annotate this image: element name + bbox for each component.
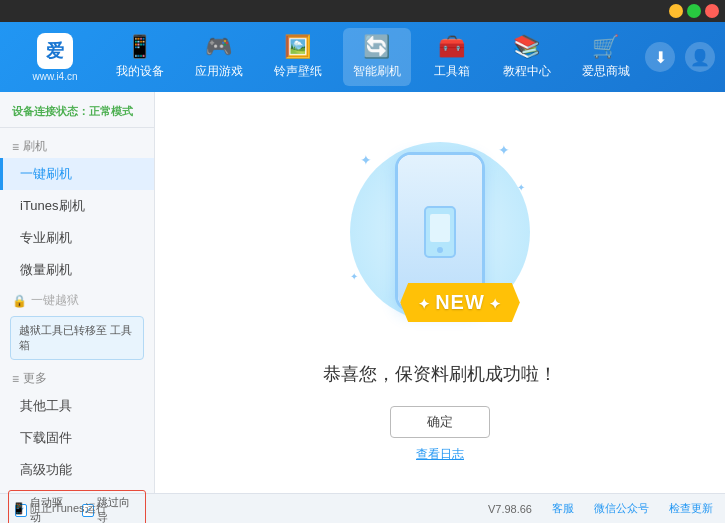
nav-item-shop[interactable]: 🛒 爱思商城 xyxy=(572,28,640,86)
section-jailbreak-title: 🔒 一键越狱 xyxy=(0,286,154,312)
sparkle-3: ✦ xyxy=(350,271,358,282)
sidebar-item-advanced[interactable]: 高级功能 xyxy=(0,454,154,486)
content-area: NEW ✦ ✦ ✦ ✦ 恭喜您，保资料刷机成功啦！ 确定 查看日志 xyxy=(155,92,725,493)
title-bar xyxy=(0,0,725,22)
close-button[interactable] xyxy=(705,4,719,18)
wallpaper-icon: 🖼️ xyxy=(284,34,311,60)
jailbreak-notice: 越狱工具已转移至 工具箱 xyxy=(10,316,144,360)
secondary-link[interactable]: 查看日志 xyxy=(416,446,464,463)
section-flash-title: ≡ 刷机 xyxy=(0,132,154,158)
wechat-link[interactable]: 微信公众号 xyxy=(594,501,649,516)
nav-item-my-device-label: 我的设备 xyxy=(116,63,164,80)
user-button[interactable]: 👤 xyxy=(685,42,715,72)
toolbox-icon: 🧰 xyxy=(438,34,465,60)
sidebar-item-itunes-flash[interactable]: iTunes刷机 xyxy=(0,190,154,222)
status-left: 📱 阻止iTunes运行 xyxy=(12,501,107,516)
status-value: 正常模式 xyxy=(89,105,133,117)
shop-icon: 🛒 xyxy=(592,34,619,60)
nav-item-apps[interactable]: 🎮 应用游戏 xyxy=(185,28,253,86)
stop-itunes-label: 阻止iTunes运行 xyxy=(30,501,107,516)
nav-item-shop-label: 爱思商城 xyxy=(582,63,630,80)
svg-point-2 xyxy=(437,247,443,253)
nav-item-tutorials-label: 教程中心 xyxy=(503,63,551,80)
nav-item-my-device[interactable]: 📱 我的设备 xyxy=(106,28,174,86)
success-message: 恭喜您，保资料刷机成功啦！ xyxy=(323,362,557,386)
logo-area: 爱 www.i4.cn xyxy=(10,33,100,82)
section-more-title: ≡ 更多 xyxy=(0,364,154,390)
support-link[interactable]: 客服 xyxy=(552,501,574,516)
status-label: 设备连接状态： xyxy=(12,105,89,117)
phone-screen-graphic xyxy=(420,202,460,262)
top-nav: 爱 www.i4.cn 📱 我的设备 🎮 应用游戏 🖼️ 铃声壁纸 🔄 智能刷机… xyxy=(0,22,725,92)
confirm-button[interactable]: 确定 xyxy=(390,406,490,438)
minimize-button[interactable] xyxy=(669,4,683,18)
download-button[interactable]: ⬇ xyxy=(645,42,675,72)
sidebar-item-other-tools[interactable]: 其他工具 xyxy=(0,390,154,422)
apps-icon: 🎮 xyxy=(205,34,232,60)
logo-text: 爱 xyxy=(46,39,64,63)
update-link[interactable]: 检查更新 xyxy=(669,501,713,516)
nav-item-apps-label: 应用游戏 xyxy=(195,63,243,80)
nav-item-smart-flash[interactable]: 🔄 智能刷机 xyxy=(343,28,411,86)
status-right: V7.98.66 客服 微信公众号 检查更新 xyxy=(488,501,713,516)
nav-item-tutorials[interactable]: 📚 教程中心 xyxy=(493,28,561,86)
version-label: V7.98.66 xyxy=(488,503,532,515)
my-device-icon: 📱 xyxy=(126,34,153,60)
nav-item-wallpaper[interactable]: 🖼️ 铃声壁纸 xyxy=(264,28,332,86)
nav-item-smart-flash-label: 智能刷机 xyxy=(353,63,401,80)
main-area: 设备连接状态：正常模式 ≡ 刷机 一键刷机 iTunes刷机 专业刷机 微量刷机… xyxy=(0,92,725,493)
sparkle-1: ✦ xyxy=(360,152,372,168)
tutorials-icon: 📚 xyxy=(513,34,540,60)
smart-flash-icon: 🔄 xyxy=(363,34,390,60)
sidebar-item-download-firmware[interactable]: 下载固件 xyxy=(0,422,154,454)
sidebar-status: 设备连接状态：正常模式 xyxy=(0,100,154,128)
phone-icon-status: 📱 xyxy=(12,502,26,515)
new-ribbon: NEW xyxy=(400,283,520,322)
logo-icon: 爱 xyxy=(37,33,73,69)
maximize-button[interactable] xyxy=(687,4,701,18)
sidebar-item-dual-flash[interactable]: 微量刷机 xyxy=(0,254,154,286)
logo-website: www.i4.cn xyxy=(32,71,77,82)
nav-item-toolbox[interactable]: 🧰 工具箱 xyxy=(422,28,482,86)
nav-item-toolbox-label: 工具箱 xyxy=(434,63,470,80)
nav-item-wallpaper-label: 铃声壁纸 xyxy=(274,63,322,80)
sidebar-item-one-click-flash[interactable]: 一键刷机 xyxy=(0,158,154,190)
svg-rect-1 xyxy=(430,214,450,242)
nav-right: ⬇ 👤 xyxy=(645,42,715,72)
nav-items: 📱 我的设备 🎮 应用游戏 🖼️ 铃声壁纸 🔄 智能刷机 🧰 工具箱 📚 教程中… xyxy=(100,28,645,86)
sidebar-item-pro-flash[interactable]: 专业刷机 xyxy=(0,222,154,254)
success-illustration: NEW ✦ ✦ ✦ ✦ xyxy=(330,122,550,342)
sparkle-2: ✦ xyxy=(498,142,510,158)
sparkle-4: ✦ xyxy=(517,182,525,193)
sidebar: 设备连接状态：正常模式 ≡ 刷机 一键刷机 iTunes刷机 专业刷机 微量刷机… xyxy=(0,92,155,493)
